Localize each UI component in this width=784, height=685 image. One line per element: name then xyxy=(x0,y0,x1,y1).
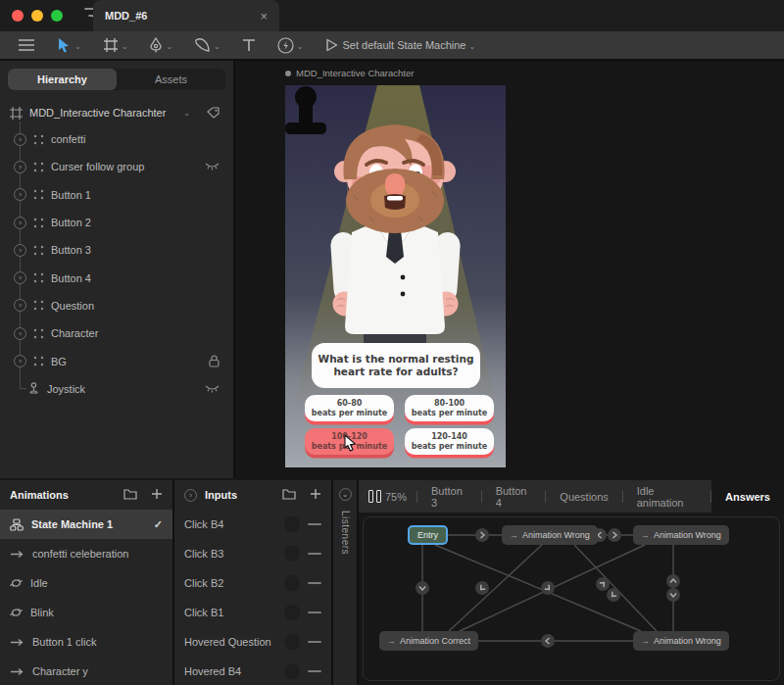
eye-closed-icon[interactable] xyxy=(205,163,220,171)
hierarchy-artboard-row[interactable]: MDD_Interactive Charachter ⌄ xyxy=(0,100,233,125)
input-item-hovered-b4[interactable]: Hovered B4 xyxy=(174,657,331,685)
state-machine-tool-button[interactable]: ⌄ xyxy=(267,31,315,59)
input-trigger-icon[interactable] xyxy=(284,546,300,562)
sm-node-animation-correct[interactable]: →Animation Correct xyxy=(379,631,478,651)
expand-icon[interactable]: › xyxy=(14,188,26,201)
answer-button-1[interactable]: 60-80beats per minute xyxy=(305,395,394,421)
artboard-label[interactable]: MDD_Interactive Charachter xyxy=(285,68,414,78)
hierarchy-item-joystick[interactable]: Joystick xyxy=(0,375,233,403)
answer-button-2[interactable]: 80-100beats per minute xyxy=(405,395,494,421)
inputs-collapse-icon[interactable]: › xyxy=(184,489,197,502)
sm-tab-questions[interactable]: Questions xyxy=(546,480,622,513)
animation-item-idle[interactable]: Idle xyxy=(0,568,172,598)
input-trigger-icon[interactable] xyxy=(284,663,300,679)
listeners-panel[interactable]: ⌄ Listeners xyxy=(333,480,359,685)
lock-icon[interactable] xyxy=(209,355,220,367)
pen-tool-dropdown-icon[interactable]: ⌄ xyxy=(166,42,172,51)
sm-tab-idle-animation[interactable]: Idle animation xyxy=(623,480,710,513)
sm-node-animation-wrong[interactable]: →Animation Wrong xyxy=(633,631,729,651)
expand-icon[interactable]: › xyxy=(14,299,26,312)
expand-icon[interactable]: › xyxy=(14,327,26,340)
sm-tab-button-3[interactable]: Button 3 xyxy=(417,480,481,513)
expand-icon[interactable]: › xyxy=(14,133,26,146)
hierarchy-item-button-4[interactable]: ›Button 4 xyxy=(0,264,233,291)
file-tab[interactable]: MDD_#6 × xyxy=(93,0,279,31)
hierarchy-item-confetti[interactable]: ›confetti xyxy=(0,125,233,153)
minimize-window-button[interactable] xyxy=(31,10,43,22)
animation-item-confetti-celeberation[interactable]: confetti celeberation xyxy=(0,539,172,568)
hierarchy-item-bg[interactable]: ›BG xyxy=(0,347,233,374)
tree-elbow xyxy=(20,375,26,389)
input-item-hovered-question[interactable]: Hovered Question xyxy=(174,627,331,657)
close-tab-icon[interactable]: × xyxy=(260,9,268,24)
hierarchy-item-character[interactable]: ›Character xyxy=(0,319,233,347)
add-input-icon[interactable] xyxy=(310,486,321,504)
stage-canvas[interactable]: MDD_Interactive Charachter xyxy=(237,61,784,478)
input-label: Click B4 xyxy=(184,518,223,530)
close-window-button[interactable] xyxy=(12,10,24,22)
loop-icon xyxy=(10,577,23,589)
item-label: Button 2 xyxy=(51,217,91,228)
sm-node-entry[interactable]: Entry xyxy=(408,525,448,545)
zoom-window-button[interactable] xyxy=(51,10,63,22)
hierarchy-item-button-2[interactable]: ›Button 2 xyxy=(0,209,233,236)
shape-tool-button[interactable]: ⌄ xyxy=(183,31,231,59)
pen-tool-button[interactable]: ⌄ xyxy=(138,31,183,59)
artboard-tool-button[interactable]: ⌄ xyxy=(92,31,139,59)
state-machine-graph[interactable]: Entry→Animation Wrong→Animation Wrong→An… xyxy=(359,513,784,685)
node-label: Animation Correct xyxy=(400,636,470,646)
hierarchy-item-button-3[interactable]: ›Button 3 xyxy=(0,236,233,264)
select-tool-button[interactable]: ⌄ xyxy=(46,31,92,59)
text-tool-button[interactable] xyxy=(231,31,267,59)
eye-closed-icon[interactable] xyxy=(205,385,220,393)
hierarchy-item-curser-follow-group[interactable]: ›Curser follow group xyxy=(0,153,233,180)
input-trigger-icon[interactable] xyxy=(284,605,300,620)
add-animation-icon[interactable] xyxy=(151,486,163,504)
answer-range: 120-140 xyxy=(431,432,467,442)
animation-item-button-1-click[interactable]: Button 1 click xyxy=(0,627,172,657)
state-machine-tool-dropdown-icon[interactable]: ⌄ xyxy=(297,42,304,51)
animation-item-blink[interactable]: Blink xyxy=(0,598,172,627)
tab-hierarchy[interactable]: Hierarchy xyxy=(8,69,117,90)
pause-icon[interactable] xyxy=(359,480,381,513)
expand-icon[interactable]: › xyxy=(14,161,26,173)
tab-assets[interactable]: Assets xyxy=(117,69,225,90)
zoom-level[interactable]: 75% xyxy=(381,480,416,513)
input-trigger-icon[interactable] xyxy=(284,516,300,532)
menu-button[interactable] xyxy=(0,31,46,59)
input-trigger-icon[interactable] xyxy=(284,634,300,650)
title-bar: MDD_#6 × xyxy=(0,0,784,31)
sm-tab-button-4[interactable]: Button 4 xyxy=(482,480,546,513)
expand-icon[interactable]: › xyxy=(14,217,26,229)
set-default-state-machine-label[interactable]: Set default State Machine xyxy=(343,39,466,51)
listeners-expand-icon[interactable]: ⌄ xyxy=(339,488,352,501)
input-trigger-icon[interactable] xyxy=(284,575,300,591)
set-default-dropdown-icon[interactable]: ⌄ xyxy=(468,42,475,51)
input-item-click-b1[interactable]: Click B1 xyxy=(174,598,331,627)
inputs-folder-icon[interactable] xyxy=(282,486,296,504)
shape-tool-dropdown-icon[interactable]: ⌄ xyxy=(214,42,220,51)
expand-icon[interactable]: › xyxy=(14,271,26,284)
animation-item-character-y[interactable]: Character y xyxy=(0,657,172,685)
select-tool-dropdown-icon[interactable]: ⌄ xyxy=(74,42,81,51)
play-default-state-machine[interactable]: Set default State Machine ⌄ xyxy=(315,31,487,59)
artboard[interactable]: What is the normal resting heart rate fo… xyxy=(285,85,506,467)
new-folder-icon[interactable] xyxy=(123,486,137,504)
animation-item-state-machine-1[interactable]: State Machine 1✓ xyxy=(0,510,172,539)
sm-node-animation-wrong[interactable]: →Animation Wrong xyxy=(502,525,598,545)
artboard-tool-dropdown-icon[interactable]: ⌄ xyxy=(122,42,128,51)
input-item-click-b2[interactable]: Click B2 xyxy=(174,568,331,598)
expand-icon[interactable]: › xyxy=(14,355,26,367)
hierarchy-item-button-1[interactable]: ›Button 1 xyxy=(0,181,233,209)
group-icon xyxy=(33,328,44,339)
animations-panel: Animations State Machine 1✓confetti cele… xyxy=(0,480,174,685)
hierarchy-item-question[interactable]: ›Question xyxy=(0,292,233,319)
answer-button-4[interactable]: 120-140beats per minute xyxy=(405,428,494,455)
artboard-expand-icon[interactable]: ⌄ xyxy=(183,109,190,118)
sm-node-animation-wrong[interactable]: →Animation Wrong xyxy=(633,525,729,545)
input-item-click-b4[interactable]: Click B4 xyxy=(174,510,331,539)
sm-tab-answers[interactable]: Answers xyxy=(711,480,784,513)
expand-icon[interactable]: › xyxy=(14,244,26,257)
tag-icon[interactable] xyxy=(207,107,220,120)
input-item-click-b3[interactable]: Click B3 xyxy=(174,539,331,568)
